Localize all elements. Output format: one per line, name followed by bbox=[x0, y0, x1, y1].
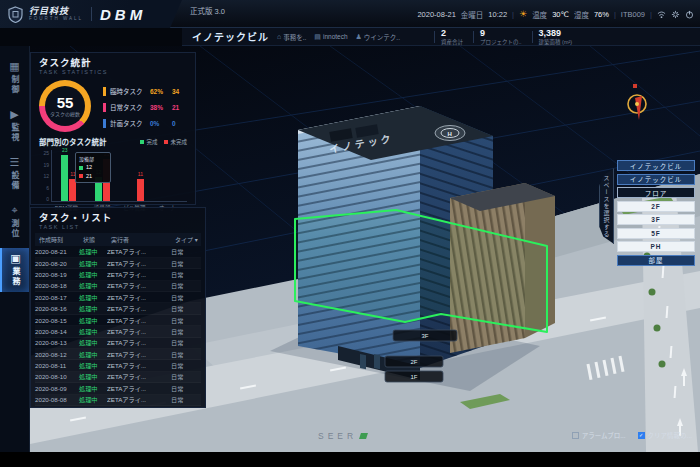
floor-chip[interactable]: 2F bbox=[385, 356, 443, 367]
weekday-label: 金曜日 bbox=[461, 9, 484, 20]
table-row[interactable]: 2020-08-16 処理中 ZETAアライ... 日常 bbox=[35, 303, 201, 314]
task-table-header: 作成時刻 状態 実行者 タイプ ▾ bbox=[35, 233, 201, 246]
company-subtitle: FOURTH WALL bbox=[29, 17, 83, 22]
app-window: H イノテック 3F 2F 1F bbox=[0, 0, 700, 467]
device-id: ITB009 bbox=[621, 10, 645, 19]
legend-row: 日常タスク 38% 21 bbox=[103, 102, 189, 112]
table-row[interactable]: 2020-08-12 処理中 ZETAアライ... 日常 bbox=[35, 349, 201, 360]
version-label: 正式版 3.0 bbox=[190, 5, 225, 16]
bar[interactable] bbox=[137, 179, 144, 201]
table-row[interactable]: 2020-08-15 処理中 ZETAアライ... 日常 bbox=[35, 315, 201, 326]
panel-subtitle: TASK LIST bbox=[39, 224, 197, 230]
task-list-panel: タスク・リスト TASK LIST 作成時刻 状態 実行者 タイプ ▾ 2020… bbox=[30, 207, 206, 408]
space-button[interactable]: イノテックビル bbox=[617, 174, 695, 185]
nav-item[interactable]: ⌖ 測位 bbox=[0, 200, 29, 244]
task-table-body: 2020-08-21 処理中 ZETAアライ... 日常 2020-08-20 … bbox=[35, 246, 201, 405]
nav-item-icon: ☰ bbox=[10, 157, 20, 168]
table-row[interactable]: 2020-08-14 処理中 ZETAアライ... 日常 bbox=[35, 326, 201, 337]
table-row[interactable]: 2020-08-10 処理中 ZETAアライ... 日常 bbox=[35, 372, 201, 383]
space-selector-buttons: イノテックビルイノテックビルフロア2F3F5FPH部屋 bbox=[617, 160, 695, 266]
table-row[interactable]: 2020-08-20 処理中 ZETAアライ... 日常 bbox=[35, 258, 201, 269]
temp-label: 温度 bbox=[532, 9, 547, 20]
table-row[interactable]: 2020-08-09 処理中 ZETAアライ... 日常 bbox=[35, 383, 201, 394]
product-name: DBM bbox=[100, 6, 146, 23]
nav-item[interactable]: ▣ 業務 bbox=[0, 248, 29, 292]
col-executor: 実行者 bbox=[111, 235, 175, 244]
space-button[interactable]: 2F bbox=[617, 201, 695, 212]
legend-row: 計画タスク 0% 0 bbox=[103, 118, 189, 128]
table-row[interactable]: 2020-08-11 処理中 ZETAアライ... 日常 bbox=[35, 360, 201, 371]
svg-text:3F: 3F bbox=[421, 333, 428, 339]
nav-item[interactable]: ▶ 監視 bbox=[0, 104, 29, 148]
space-button[interactable]: イノテックビル bbox=[617, 160, 695, 171]
dept-legend-item: 完成 bbox=[140, 138, 157, 146]
legend-row: 臨時タスク 62% 34 bbox=[103, 86, 189, 96]
map-toggles: アラームブロ... ✓ クリア情報の... bbox=[572, 430, 692, 440]
table-row[interactable]: 2020-08-21 処理中 ZETAアライ... 日常 bbox=[35, 246, 201, 257]
bar-chart-plot: 2311122111 bbox=[51, 150, 187, 202]
power-icon[interactable] bbox=[685, 10, 694, 19]
table-row[interactable]: 2020-08-13 処理中 ZETAアライ... 日常 bbox=[35, 338, 201, 349]
floor-chip[interactable]: 1F bbox=[385, 371, 443, 382]
space-button[interactable]: フロア bbox=[617, 187, 695, 198]
table-row[interactable]: 2020-08-18 処理中 ZETAアライ... 日常 bbox=[35, 281, 201, 292]
clock: 10:22 bbox=[488, 10, 507, 19]
tooltip-row: 12 bbox=[79, 163, 107, 171]
weather-sun-icon: ☀ bbox=[519, 9, 527, 19]
building-meta-item: ♟ ウインテク.. bbox=[356, 32, 400, 42]
building-stat: 2 資産合計 bbox=[434, 28, 463, 45]
table-row[interactable]: 2020-08-17 処理中 ZETAアライ... 日常 bbox=[35, 292, 201, 303]
map-toggle[interactable]: ✓ クリア情報の... bbox=[638, 430, 692, 440]
checkbox-icon[interactable] bbox=[572, 432, 579, 439]
space-button[interactable]: 5F bbox=[617, 228, 695, 239]
table-row[interactable]: 2020-08-19 処理中 ZETAアライ... 日常 bbox=[35, 269, 201, 280]
nav-item[interactable]: ▦ 制御 bbox=[0, 56, 29, 100]
nav-item-icon: ⌖ bbox=[11, 205, 17, 216]
col-type-sort[interactable]: タイプ ▾ bbox=[175, 235, 201, 244]
checkbox-icon[interactable]: ✓ bbox=[638, 432, 645, 439]
nav-item-icon: ▶ bbox=[10, 109, 18, 120]
nav-item[interactable]: ☰ 設備 bbox=[0, 152, 29, 196]
wifi-icon[interactable] bbox=[657, 10, 666, 19]
bar-group[interactable]: 11 bbox=[120, 172, 154, 201]
map-toggle[interactable]: アラームブロ... bbox=[572, 430, 626, 440]
letterbox-bar bbox=[0, 452, 700, 467]
col-created: 作成時刻 bbox=[39, 235, 83, 244]
bar-group[interactable] bbox=[153, 194, 187, 201]
dept-chart-title: 部門別のタスク統計 bbox=[39, 136, 107, 147]
humidity-label: 湿度 bbox=[574, 9, 589, 20]
panel-title: タスク・リスト bbox=[39, 213, 197, 223]
building-stat: 3,389 建築面積 (m²) bbox=[532, 28, 573, 45]
panel-title: タスク統計 bbox=[39, 58, 187, 68]
task-donut-chart[interactable]: 55 タスクの総数 bbox=[39, 80, 91, 132]
bar[interactable] bbox=[61, 155, 68, 201]
dept-chart-legend: 完成 未完成 bbox=[140, 138, 187, 146]
space-button[interactable]: 3F bbox=[617, 214, 695, 225]
watermark: SEER bbox=[318, 431, 367, 441]
panel-subtitle: TASK STATISTICS bbox=[39, 69, 187, 75]
dept-legend-item: 未完成 bbox=[164, 138, 187, 146]
watermark-flag-icon bbox=[359, 433, 368, 439]
donut-legend: 臨時タスク 62% 34 日常タスク 38% 21 計画タスク 0% 0 bbox=[103, 86, 189, 132]
floor-chip[interactable]: 3F bbox=[393, 330, 457, 341]
building-meta-item: ⌂ 事務を.. bbox=[277, 32, 306, 42]
table-row[interactable]: 2020-08-08 処理中 ZETAアライ... 日常 bbox=[35, 395, 201, 406]
tooltip-row: 21 bbox=[79, 172, 107, 180]
top-header-bar: 行目科技 FOURTH WALL DBM 正式版 3.0 2020-08-21 … bbox=[0, 0, 700, 28]
space-button[interactable]: PH bbox=[617, 241, 695, 252]
logo-block: 行目科技 FOURTH WALL DBM bbox=[0, 0, 182, 28]
settings-gear-icon[interactable] bbox=[671, 10, 680, 19]
nav-item-icon: ▣ bbox=[10, 253, 20, 264]
task-total-caption: タスクの総数 bbox=[50, 112, 80, 117]
date-label: 2020-08-21 bbox=[417, 10, 455, 19]
space-button[interactable]: 部屋 bbox=[617, 255, 695, 266]
humidity-value: 76% bbox=[594, 10, 609, 19]
building-meta: ⌂ 事務を.. ▤ innotech ♟ ウインテク.. bbox=[277, 32, 400, 42]
meta-icon: ▤ bbox=[314, 33, 321, 41]
svg-text:1F: 1F bbox=[410, 374, 417, 380]
building-name[interactable]: イノテックビル bbox=[192, 29, 269, 44]
shield-logo-icon bbox=[8, 6, 23, 23]
col-status: 状態 bbox=[83, 235, 111, 244]
bar-chart-y-axis: 25191260 bbox=[39, 150, 49, 202]
meta-icon: ♟ bbox=[356, 33, 362, 41]
